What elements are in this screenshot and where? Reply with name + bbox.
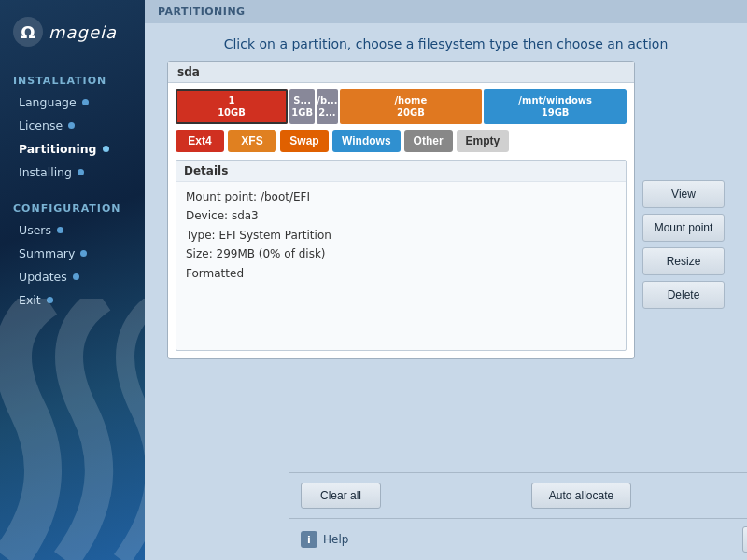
sidebar-decoration [0, 299, 145, 560]
fs-other-button[interactable]: Other [404, 130, 453, 152]
sidebar-item-dot [68, 122, 75, 129]
sidebar-item-label: Summary [19, 246, 75, 260]
sidebar-item-dot [103, 146, 109, 152]
fs-xfs-button[interactable]: XFS [228, 130, 276, 152]
partition-seg-1[interactable]: 1 10GB [176, 89, 288, 124]
help-button[interactable]: Help [323, 533, 348, 546]
details-section: Details Mount point: /boot/EFI Device: s… [176, 160, 627, 351]
sidebar-item-label: Partitioning [19, 142, 97, 156]
sidebar-item-license[interactable]: License [0, 114, 145, 137]
sidebar-item-updates[interactable]: Updates [0, 265, 145, 288]
fs-swap-button[interactable]: Swap [280, 130, 329, 152]
clear-all-button[interactable]: Clear all [301, 483, 381, 509]
fs-ext4-button[interactable]: Ext4 [176, 130, 224, 152]
partition-bar: 1 10GB S... 1GB /b... 2... /home 20GB /m… [176, 89, 627, 124]
more-button[interactable]: More [742, 526, 747, 553]
sidebar: Ω mageia INSTALLATION Language License P… [0, 0, 145, 560]
partition-seg-2[interactable]: S... 1GB [289, 89, 315, 124]
sidebar-item-dot [82, 99, 89, 105]
sidebar-item-summary[interactable]: Summary [0, 242, 145, 265]
sidebar-item-dot [57, 227, 63, 233]
sidebar-item-label: Installing [19, 165, 72, 179]
sidebar-item-users[interactable]: Users [0, 218, 145, 242]
action-buttons: View Mount point Resize Delete [642, 180, 725, 479]
help-row: i Help More Done [289, 519, 747, 560]
fs-empty-button[interactable]: Empty [457, 130, 510, 152]
installation-label: INSTALLATION [0, 71, 145, 91]
logo-icon: Ω [13, 17, 43, 47]
partition-seg-5[interactable]: /mnt/windows 19GB [484, 89, 627, 124]
detail-line-5: Formatted [186, 264, 616, 283]
partition-seg-3[interactable]: /b... 2... [317, 89, 337, 124]
detail-line-4: Size: 299MB (0% of disk) [186, 245, 616, 263]
disk-label: sda [168, 62, 634, 83]
section-header: PARTITIONING [145, 0, 747, 23]
resize-button[interactable]: Resize [642, 247, 725, 275]
logo-text: mageia [49, 22, 117, 42]
configuration-section: CONFIGURATION Users Summary Updates Exit [0, 199, 145, 312]
sidebar-item-language[interactable]: Language [0, 91, 145, 114]
detail-line-3: Type: EFI System Partition [186, 226, 616, 245]
sidebar-item-partitioning[interactable]: Partitioning [0, 137, 145, 161]
bottom-bar: Clear all Auto allocate Expert mode i He… [289, 472, 747, 560]
instruction-text: Click on a partition, choose a filesyste… [145, 23, 747, 61]
bottom-right-buttons: More Done [742, 526, 747, 553]
detail-line-1: Mount point: /boot/EFI [186, 188, 616, 206]
partition-seg-4[interactable]: /home 20GB [340, 89, 483, 124]
details-content: Mount point: /boot/EFI Device: sda3 Type… [176, 182, 626, 350]
help-icon: i [301, 531, 317, 548]
sidebar-item-label: License [19, 119, 63, 133]
sidebar-item-dot [80, 250, 87, 257]
detail-line-2: Device: sda3 [186, 206, 616, 225]
installation-section: INSTALLATION Language License Partitioni… [0, 71, 145, 184]
mount-point-button[interactable]: Mount point [642, 214, 725, 242]
sidebar-item-installing[interactable]: Installing [0, 161, 145, 184]
delete-button[interactable]: Delete [642, 281, 725, 309]
sidebar-item-dot [73, 273, 79, 280]
auto-allocate-button[interactable]: Auto allocate [531, 483, 631, 509]
view-button[interactable]: View [642, 180, 725, 208]
sidebar-item-dot [78, 169, 84, 175]
bottom-actions: Clear all Auto allocate Expert mode [289, 473, 747, 519]
fs-windows-button[interactable]: Windows [332, 130, 401, 152]
sidebar-item-label: Language [19, 95, 77, 109]
main-panel: PARTITIONING Click on a partition, choos… [145, 0, 747, 560]
details-title: Details [176, 161, 626, 182]
sidebar-item-label: Updates [19, 270, 67, 284]
sidebar-item-label: Users [19, 223, 51, 237]
partition-panel: sda 1 10GB S... 1GB /b... 2... /home 20G… [167, 61, 635, 359]
app-logo: Ω mageia [0, 0, 145, 56]
configuration-label: CONFIGURATION [0, 199, 145, 218]
filesystem-row: Ext4 XFS Swap Windows Other Empty [176, 130, 627, 152]
